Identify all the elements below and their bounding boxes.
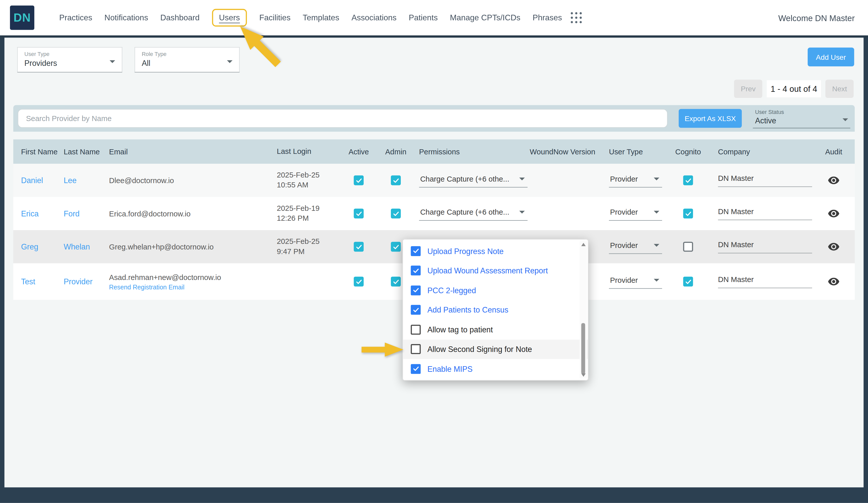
- permissions-select[interactable]: Charge Capture (+6 othe...: [419, 174, 528, 187]
- user-type-select[interactable]: Provider: [609, 240, 662, 253]
- item-checkbox[interactable]: [411, 324, 421, 334]
- nav-practices[interactable]: Practices: [59, 13, 92, 22]
- user-type-value: Provider: [610, 241, 638, 249]
- active-checkbox[interactable]: [354, 277, 364, 286]
- menu-item-add-patients-to-census[interactable]: Add Patients to Census: [403, 300, 588, 319]
- menu-item-allow-tag-to-patient[interactable]: Allow tag to patient: [403, 319, 588, 339]
- app-logo[interactable]: DN: [10, 6, 34, 30]
- user-type-value: Provider: [610, 276, 638, 284]
- item-checkbox[interactable]: [411, 246, 421, 256]
- col-header-admin: Admin: [378, 147, 414, 156]
- item-checkbox[interactable]: [411, 285, 421, 295]
- apps-grid-icon[interactable]: [571, 12, 582, 23]
- role-type-filter[interactable]: Role Type All: [135, 47, 240, 73]
- permissions-dropdown-menu: Upload Progress Note Upload Wound Assess…: [403, 239, 589, 381]
- last-name-link[interactable]: Lee: [64, 176, 76, 185]
- last-name-link[interactable]: Whelan: [64, 242, 90, 251]
- prev-page-button[interactable]: Prev: [734, 80, 762, 98]
- last-login-cell: 2025-Feb-25 10:55 AM: [271, 170, 340, 190]
- nav-facilities[interactable]: Facilities: [259, 13, 291, 22]
- resend-registration-link[interactable]: Resend Registration Email: [109, 284, 271, 290]
- user-type-select[interactable]: Provider: [609, 275, 662, 289]
- col-header-email: Email: [106, 147, 271, 156]
- permissions-value: Charge Capture (+6 othe...: [420, 175, 509, 183]
- caret-down-icon: [654, 211, 659, 213]
- item-checkbox[interactable]: [411, 266, 421, 276]
- nav-phrases[interactable]: Phrases: [533, 13, 562, 22]
- dropdown-scrollbar[interactable]: [580, 241, 587, 378]
- filters-row: User Type Providers Role Type All: [17, 47, 240, 73]
- admin-checkbox[interactable]: [391, 277, 401, 286]
- last-name-link[interactable]: Provider: [64, 277, 92, 286]
- cognito-checkbox[interactable]: [683, 277, 693, 286]
- nav-notifications[interactable]: Notifications: [104, 13, 148, 22]
- add-user-button[interactable]: Add User: [808, 48, 854, 66]
- company-input[interactable]: DN Master: [718, 240, 812, 253]
- table-row: Daniel Lee Dlee@doctornow.io 2025-Feb-25…: [13, 164, 855, 197]
- col-header-last-name: Last Name: [61, 147, 106, 156]
- scroll-up-icon[interactable]: [581, 243, 586, 246]
- nav-dashboard[interactable]: Dashboard: [160, 13, 199, 22]
- nav-associations[interactable]: Associations: [351, 13, 396, 22]
- user-type-select[interactable]: Provider: [609, 207, 662, 220]
- search-input[interactable]: [18, 109, 668, 128]
- item-label: Upload Progress Note: [427, 247, 504, 255]
- company-input[interactable]: DN Master: [718, 207, 812, 220]
- user-type-filter-label: User Type: [24, 51, 115, 57]
- company-input[interactable]: DN Master: [718, 275, 812, 288]
- scrollbar-thumb[interactable]: [581, 323, 585, 374]
- cognito-checkbox[interactable]: [683, 242, 693, 252]
- first-name-link[interactable]: Test: [21, 277, 35, 286]
- user-status-select[interactable]: User Status Active: [753, 108, 850, 128]
- admin-checkbox[interactable]: [391, 242, 401, 252]
- caret-down-icon: [110, 60, 115, 63]
- caret-down-icon: [519, 177, 525, 180]
- first-name-link[interactable]: Greg: [21, 242, 39, 251]
- top-navbar: DN Practices Notifications Dashboard Use…: [0, 0, 868, 35]
- admin-checkbox[interactable]: [391, 176, 401, 185]
- welcome-text: Welcome DN Master: [778, 13, 855, 22]
- nav-templates[interactable]: Templates: [303, 13, 340, 22]
- active-checkbox[interactable]: [354, 176, 364, 185]
- search-band: Export As XLSX User Status Active: [13, 105, 855, 132]
- admin-checkbox[interactable]: [391, 209, 401, 218]
- nav-users[interactable]: Users: [219, 13, 240, 22]
- first-name-link[interactable]: Daniel: [21, 176, 43, 185]
- menu-item-allow-second-signing-for-note[interactable]: Allow Second Signing for Note: [403, 339, 588, 359]
- audit-eye-icon[interactable]: [828, 208, 840, 220]
- last-name-link[interactable]: Ford: [64, 209, 80, 218]
- audit-eye-icon[interactable]: [828, 275, 840, 287]
- main-nav: Practices Notifications Dashboard Users …: [59, 9, 562, 27]
- menu-item-enable-mips[interactable]: Enable MIPS: [403, 359, 588, 379]
- cognito-checkbox[interactable]: [683, 209, 693, 218]
- menu-item-pcc-2-legged[interactable]: PCC 2-legged: [403, 281, 588, 300]
- cognito-checkbox[interactable]: [683, 176, 693, 185]
- company-input[interactable]: DN Master: [718, 174, 812, 187]
- export-xlsx-button[interactable]: Export As XLSX: [679, 109, 742, 128]
- item-checkbox[interactable]: [411, 344, 421, 354]
- item-checkbox[interactable]: [411, 364, 421, 374]
- nav-manage-cpts-icds[interactable]: Manage CPTs/ICDs: [450, 13, 520, 22]
- menu-item-upload-wound-assessment-report[interactable]: Upload Wound Assessment Report: [403, 261, 588, 281]
- user-type-value: Provider: [610, 175, 638, 183]
- user-type-filter[interactable]: User Type Providers: [17, 47, 122, 73]
- item-label: Allow tag to patient: [427, 325, 493, 334]
- next-page-button[interactable]: Next: [826, 80, 854, 98]
- item-checkbox[interactable]: [411, 305, 421, 315]
- active-checkbox[interactable]: [354, 209, 364, 218]
- active-checkbox[interactable]: [354, 242, 364, 252]
- user-type-select[interactable]: Provider: [609, 174, 662, 187]
- audit-eye-icon[interactable]: [828, 174, 840, 186]
- nav-patients[interactable]: Patients: [409, 13, 438, 22]
- role-type-filter-label: Role Type: [142, 51, 232, 57]
- col-header-woundnow-version: WoundNow Version: [525, 147, 604, 156]
- audit-eye-icon[interactable]: [828, 241, 840, 253]
- col-header-last-login: Last Login: [271, 146, 340, 157]
- col-header-cognito: Cognito: [670, 147, 706, 156]
- first-name-link[interactable]: Erica: [21, 209, 39, 218]
- pagination: Prev 1 - 4 out of 4 Next: [734, 80, 854, 98]
- scroll-down-icon[interactable]: [581, 373, 586, 377]
- table-header: First Name Last Name Email Last Login Ac…: [13, 139, 855, 164]
- permissions-select[interactable]: Charge Capture (+6 othe...: [419, 207, 528, 220]
- menu-item-upload-progress-note[interactable]: Upload Progress Note: [403, 241, 588, 261]
